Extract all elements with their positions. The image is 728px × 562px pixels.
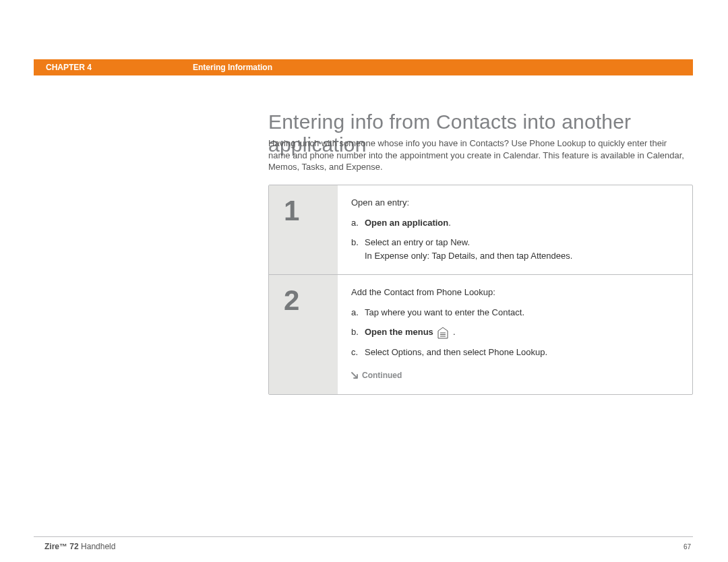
step-subitem: a. Tap where you want to enter the Conta… <box>351 306 679 319</box>
step-lead: Open an entry: <box>351 196 679 210</box>
step-row: 2 Add the Contact from Phone Lookup: a. … <box>269 274 692 394</box>
subitem-text: Tap where you want to enter the Contact. <box>365 306 679 319</box>
menus-icon <box>437 327 449 339</box>
subitem-suffix: . <box>450 327 455 337</box>
step-lead: Add the Contact from Phone Lookup: <box>351 286 679 299</box>
subitem-text: Select an entry or tap New. In Expense o… <box>365 236 679 262</box>
footer-divider <box>34 536 693 537</box>
subitem-text: Select Options, and then select Phone Lo… <box>365 346 679 359</box>
continued-label: Continued <box>362 371 402 380</box>
continued-indicator: Continued <box>351 369 679 382</box>
section-label: Entering Information <box>193 63 272 72</box>
continued-arrow-icon <box>351 370 358 382</box>
footer-product: Zire™ 72 Handheld <box>44 542 115 551</box>
step-body: Open an entry: a. Open an application. b… <box>338 185 692 274</box>
steps-container: 1 Open an entry: a. Open an application.… <box>268 185 693 395</box>
subitem-label: c. <box>351 346 365 359</box>
footer-page-number: 67 <box>684 543 691 551</box>
subitem-text: Open the menus . <box>365 325 679 339</box>
step-subitem: b. Select an entry or tap New. In Expens… <box>351 236 679 262</box>
subitem-suffix: . <box>448 218 451 228</box>
step-subitem: a. Open an application. <box>351 216 679 230</box>
step-subitem: b. Open the menus . <box>351 325 679 339</box>
subitem-label: a. <box>351 216 365 230</box>
subitem-label: b. <box>351 236 365 262</box>
subitem-note: In Expense only: Tap Details, and then t… <box>365 251 572 261</box>
step-row: 1 Open an entry: a. Open an application.… <box>269 185 692 274</box>
step-number: 1 <box>269 185 338 274</box>
intro-paragraph: Having lunch with someone whose info you… <box>268 137 688 173</box>
step-number: 2 <box>269 274 338 394</box>
link-open-application[interactable]: Open an application <box>365 218 448 228</box>
subitem-text: Open an application. <box>365 216 679 230</box>
subitem-label: a. <box>351 306 365 319</box>
link-open-menus[interactable]: Open the menus <box>365 327 433 337</box>
step-body: Add the Contact from Phone Lookup: a. Ta… <box>338 274 692 394</box>
step-subitem: c. Select Options, and then select Phone… <box>351 346 679 359</box>
chapter-band: CHAPTER 4 Entering Information <box>34 59 693 75</box>
subitem-label: b. <box>351 325 365 339</box>
chapter-label: CHAPTER 4 <box>46 63 193 72</box>
